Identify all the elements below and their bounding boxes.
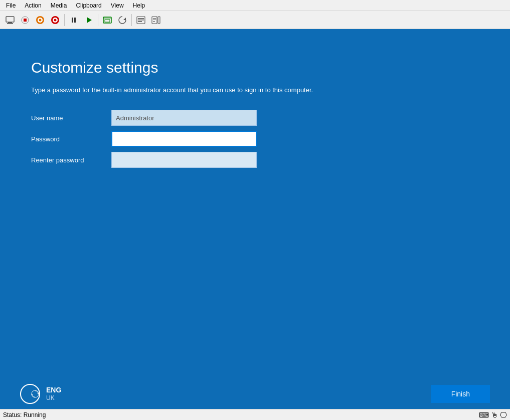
keyboard-icon[interactable]: ⌨ <box>479 411 489 419</box>
svg-marker-17 <box>123 18 126 20</box>
svg-rect-25 <box>153 20 156 20</box>
language-text: ENG UK <box>46 385 61 402</box>
svg-rect-20 <box>138 20 144 21</box>
statusbar-right: ⌨ 🖱 🖵 <box>479 411 507 419</box>
pause-icon[interactable] <box>67 13 81 27</box>
toolbar-separator-1 <box>64 14 65 26</box>
username-input[interactable] <box>111 110 257 126</box>
screenshot-icon[interactable] <box>100 13 114 27</box>
vm-area: Customize settings Type a password for t… <box>0 29 510 409</box>
vm-bottom-bar: ENG UK Finish <box>0 379 510 409</box>
mouse-icon[interactable]: 🖱 <box>491 411 498 419</box>
svg-rect-0 <box>6 17 14 22</box>
play-icon[interactable] <box>82 13 96 27</box>
password-row: Password <box>31 131 479 147</box>
language-selector[interactable]: ENG UK <box>20 384 61 404</box>
menu-clipboard[interactable]: Clipboard <box>72 0 105 11</box>
svg-rect-24 <box>153 18 156 19</box>
language-region: UK <box>46 394 61 402</box>
page-title: Customize settings <box>31 59 479 76</box>
settings-icon[interactable] <box>134 13 148 27</box>
menu-file[interactable]: File <box>2 0 20 11</box>
info-icon[interactable] <box>149 13 163 27</box>
svg-rect-21 <box>138 21 142 22</box>
settings-form: User name Password Reenter password <box>31 110 479 173</box>
restore-snapshot-icon[interactable] <box>115 13 129 27</box>
reset-icon[interactable] <box>33 13 47 27</box>
username-label: User name <box>31 114 111 122</box>
reenter-password-input[interactable] <box>111 152 257 168</box>
toolbar-separator-2 <box>98 14 98 26</box>
svg-rect-15 <box>103 17 111 19</box>
statusbar: Status: Running ⌨ 🖱 🖵 <box>0 409 510 420</box>
password-label: Password <box>31 135 111 143</box>
menu-view[interactable]: View <box>107 0 128 11</box>
svg-rect-1 <box>8 22 12 23</box>
toolbar-separator-3 <box>131 14 132 26</box>
menu-media[interactable]: Media <box>47 0 71 11</box>
svg-rect-16 <box>105 20 110 22</box>
stop-icon[interactable] <box>18 13 32 27</box>
svg-rect-26 <box>153 21 155 22</box>
page-subtitle: Type a password for the built-in adminis… <box>31 86 479 94</box>
connect-icon[interactable] <box>3 13 17 27</box>
menubar: File Action Media Clipboard View Help <box>0 0 510 11</box>
svg-rect-12 <box>74 18 76 23</box>
reenter-password-row: Reenter password <box>31 152 479 168</box>
username-row: User name <box>31 110 479 126</box>
svg-rect-19 <box>138 18 144 19</box>
svg-rect-23 <box>158 17 160 24</box>
finish-button[interactable]: Finish <box>431 385 490 403</box>
language-name: ENG <box>46 385 61 394</box>
display-icon[interactable]: 🖵 <box>500 411 507 419</box>
svg-rect-2 <box>7 23 13 24</box>
toolbar <box>0 11 510 29</box>
shutdown-icon[interactable] <box>48 13 62 27</box>
svg-marker-13 <box>87 17 92 23</box>
menu-help[interactable]: Help <box>129 0 149 11</box>
language-icon <box>20 384 40 404</box>
reenter-password-label: Reenter password <box>31 156 111 164</box>
menu-action[interactable]: Action <box>21 0 45 11</box>
svg-rect-4 <box>24 19 27 22</box>
svg-point-10 <box>54 19 57 21</box>
svg-point-7 <box>39 19 42 21</box>
status-text: Status: Running <box>3 411 46 418</box>
vm-content: Customize settings Type a password for t… <box>0 29 510 379</box>
password-input[interactable] <box>111 131 257 147</box>
svg-rect-11 <box>72 18 73 23</box>
